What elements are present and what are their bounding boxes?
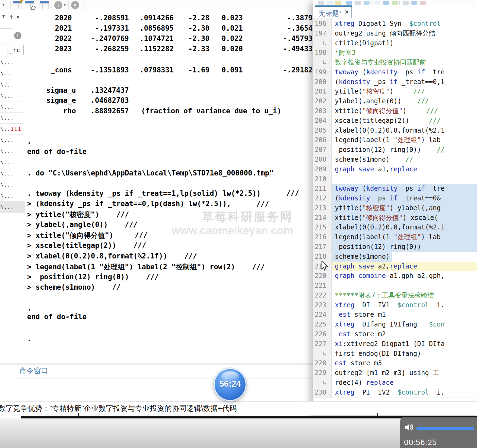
- line-number: 213: [313, 203, 326, 213]
- code-line[interactable]: 229outreg2 [m1 m2 m3] using 工: [313, 368, 477, 378]
- data-browser-button[interactable]: [25, 1, 34, 9]
- results-pane[interactable]: 2020-.208591.0914266-2.280.023-.38792021…: [25, 10, 313, 351]
- review-row[interactable]: \...: [0, 201, 25, 213]
- editor-toolbar-icon[interactable]: [374, 1, 380, 5]
- review-rows: \...\...\...\...\...\...\...111\...\...\…: [0, 57, 25, 213]
- code-line[interactable]: 217 position(12) ring(0)): [313, 242, 477, 252]
- review-row[interactable]: \...: [0, 168, 25, 179]
- editor-toolbar-icon[interactable]: [327, 1, 333, 5]
- table-cell: -.268259: [82, 45, 129, 53]
- review-row[interactable]: \...: [0, 146, 25, 157]
- volume-slider[interactable]: [416, 427, 474, 430]
- code-line[interactable]: 207 position(12) ring(0)) //: [313, 145, 477, 155]
- review-row-label: \...: [1, 115, 14, 121]
- editor-toolbar-icon[interactable]: [335, 1, 341, 5]
- review-row[interactable]: \...: [0, 90, 25, 101]
- review-row[interactable]: \...: [0, 179, 25, 190]
- review-row[interactable]: \...: [0, 79, 25, 90]
- editor-toolbar-icon[interactable]: [355, 1, 361, 5]
- error-filter-icon[interactable]: !: [14, 32, 21, 39]
- code-line[interactable]: 221: [313, 281, 477, 291]
- variables-table-button[interactable]: [40, 1, 49, 9]
- review-row[interactable]: \...: [0, 68, 25, 79]
- review-column-header[interactable]: _rc: [0, 43, 25, 57]
- tab-close-icon[interactable]: ×: [345, 8, 349, 16]
- editor-toolbar-icon[interactable]: [364, 1, 370, 5]
- code-line[interactable]: 223xtreg DI IV1 $control i.: [313, 300, 477, 310]
- code-line[interactable]: 205xlabel(0(0.2)0.8,format(%2.1: [313, 126, 477, 136]
- editor-toolbar: [313, 0, 477, 6]
- code-line[interactable]: 213ytitle("核密度") ylabel(,ang: [313, 203, 477, 213]
- editor-toolbar-icon[interactable]: [392, 1, 398, 5]
- code-line[interactable]: 210: [313, 174, 477, 184]
- review-row[interactable]: \...: [0, 190, 25, 201]
- editor-toolbar-icon[interactable]: [383, 1, 389, 5]
- watermark-line2: www.caomeikeyan.com: [172, 225, 293, 237]
- code-line[interactable]: 219graph save a2,replace: [313, 262, 477, 271]
- code-line[interactable]: 230xtreg PI IV2 $control i.: [313, 388, 477, 398]
- code-line[interactable]: 218scheme(s1mono): [313, 252, 477, 262]
- code-text: graph save a1,replace: [335, 165, 417, 174]
- speaker-icon[interactable]: [404, 422, 414, 434]
- code-line[interactable]: 222******附表7：工具变量法检验结: [313, 291, 477, 300]
- code-line[interactable]: 199twoway (kdensity _ps if _tre: [313, 68, 477, 77]
- code-line[interactable]: 215xlabel(0(0.2)0.8,format(%2.1: [313, 223, 477, 232]
- code-line[interactable]: ↳first endog(DI DIfang): [313, 349, 477, 359]
- code-line[interactable]: 198*附图3: [313, 48, 477, 58]
- code-line[interactable]: 226 est store m2: [313, 329, 477, 339]
- review-row[interactable]: \...: [0, 57, 25, 68]
- review-row[interactable]: \...: [0, 135, 25, 146]
- code-line[interactable]: 211twoway (kdensity _ps if _tre: [313, 184, 477, 194]
- code-line[interactable]: 209graph save a1,replace: [313, 165, 477, 174]
- code-line[interactable]: 224 est store m1: [313, 310, 477, 320]
- review-row-label: \...: [1, 193, 14, 199]
- code-line[interactable]: 220graph combine a1.gph a2.gph,: [313, 271, 477, 281]
- code-line[interactable]: 201ytitle("核密度") ///: [313, 87, 477, 97]
- code-line[interactable]: 197outreg2 using 倾向匹配得分结: [313, 29, 477, 39]
- data-editor-button[interactable]: [13, 1, 22, 9]
- line-number: 220: [313, 271, 326, 281]
- editor-toolbar-icon[interactable]: [318, 1, 324, 5]
- code-line[interactable]: 216legend(label(1 "处理组") lab: [313, 232, 477, 242]
- close-pane-icon[interactable]: ×: [16, 14, 20, 20]
- code-line[interactable]: 204xscale(titlegap(2)) ///: [313, 116, 477, 126]
- code-line[interactable]: 203xtitle("倾向得分值") ///: [313, 106, 477, 116]
- code-line[interactable]: 202ylabel(,angle(0)) ///: [313, 97, 477, 106]
- table-cell: 2022: [27, 34, 72, 43]
- editor-toolbar-icon[interactable]: [411, 1, 417, 5]
- code-line[interactable]: 228est store m3: [313, 359, 477, 368]
- code-line[interactable]: 208scheme(s1mono) //: [313, 155, 477, 165]
- code-line[interactable]: 196xtreg Digpat1 Syn $control: [313, 19, 477, 29]
- code-line[interactable]: 225xtreg DIfang IV1fang $con: [313, 320, 477, 329]
- code-line[interactable]: 214xtitle("倾向得分值") xscale(: [313, 213, 477, 223]
- editor-tab-untitled[interactable]: 无标题* ×: [315, 5, 352, 18]
- code-text: twoway (kdensity _ps if _tre: [335, 68, 445, 77]
- editor-toolbar-icon[interactable]: [420, 1, 426, 5]
- toolbar-dropdown-caret-icon[interactable]: ▾: [2, 2, 5, 8]
- line-number: 230: [313, 388, 326, 398]
- code-line[interactable]: ↳rdec(4) replace: [313, 378, 477, 388]
- table-cell: 2021: [27, 24, 72, 32]
- pin-icon[interactable]: [9, 14, 14, 21]
- code-line[interactable]: 212(kdensity _ps if _treat==0&_: [313, 194, 477, 203]
- review-row[interactable]: \...: [0, 113, 25, 124]
- stop-button[interactable]: ×: [71, 1, 79, 9]
- editor-toolbar-icon[interactable]: [346, 1, 352, 5]
- table-cell: 0.020: [212, 45, 243, 53]
- code-line[interactable]: 200(kdensity _ps if _treat==0,l: [313, 77, 477, 87]
- volume-popup: 00:56:25: [400, 417, 477, 448]
- review-search-input[interactable]: [0, 28, 13, 43]
- code-line[interactable]: 227xi:xtivreg2 Digpat1 (DI DIfa: [313, 339, 477, 349]
- editor-toolbar-icon[interactable]: [403, 1, 409, 5]
- pane-splitter[interactable]: [0, 363, 313, 365]
- break-download-button[interactable]: ↓: [54, 1, 62, 9]
- table-cell: -.197331: [82, 24, 129, 32]
- review-row[interactable]: \...: [0, 101, 25, 113]
- filter-icon[interactable]: [1, 14, 7, 21]
- button-dropdown-caret-icon[interactable]: ▾: [64, 3, 66, 7]
- code-line[interactable]: 206legend(label(1 "处理组") lab: [313, 135, 477, 145]
- review-row[interactable]: \...111: [0, 124, 25, 135]
- review-row[interactable]: \...: [0, 157, 25, 168]
- code-line[interactable]: ↳数字投资与专业投资协同匹配前: [313, 58, 477, 68]
- code-line[interactable]: ↳ctitle(Digpat1): [313, 39, 477, 48]
